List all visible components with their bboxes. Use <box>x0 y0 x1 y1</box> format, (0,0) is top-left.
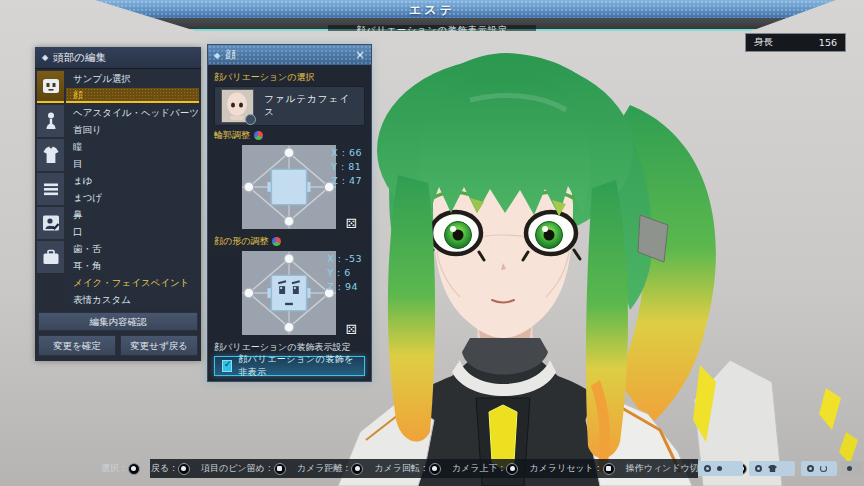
head-edit-panel-title: ◆ 頭部の編集 <box>35 47 201 69</box>
sidebar-item-mouth[interactable]: 口 <box>66 224 199 239</box>
button-icon <box>603 463 615 475</box>
sidebar-item-sample-select[interactable]: サンプル選択 <box>66 71 199 86</box>
hint-camera-distance: カメラ距離 : <box>297 462 364 475</box>
thumbnail-badge-icon <box>245 114 256 125</box>
randomize-dice-icon[interactable]: ⚄ <box>346 216 357 231</box>
color-wheel-icon <box>272 237 281 246</box>
button-icon <box>351 463 363 475</box>
dot-icon <box>847 466 852 471</box>
sidebar-item-face[interactable]: 顔 <box>66 88 199 103</box>
hint-back: 戻る : <box>151 462 190 475</box>
diamond-icon: ◆ <box>214 51 220 60</box>
button-icon <box>128 463 140 475</box>
diamond-icon: ◆ <box>42 53 48 62</box>
contour-section-label: 輪郭調整 <box>214 129 365 142</box>
quick-action-pill-2[interactable] <box>749 461 795 476</box>
category-list: サンプル選択 顔 ヘアスタイル・ヘッドパーツ 首回り 瞳 目 まゆ まつげ 鼻 … <box>66 71 199 307</box>
shape-values: X : -53 Y : 6 Z : 94 <box>327 252 362 294</box>
mouse-button-icon <box>807 465 814 472</box>
sidebar-item-eyes[interactable]: 目 <box>66 156 199 171</box>
hide-decoration-toggle[interactable]: 顔バリエーションの装飾を非表示 <box>214 356 365 376</box>
mouse-button-icon <box>704 465 711 472</box>
person-icon[interactable] <box>37 105 64 137</box>
shirt-icon[interactable] <box>37 139 64 171</box>
head-edit-panel: ◆ 頭部の編集 <box>35 47 201 361</box>
quick-action-pill-3[interactable] <box>801 461 837 476</box>
esthe-screen: エステ 顔バリエーションの装飾表示設定 身長 156 ◆ 頭部の編集 <box>0 0 864 486</box>
contour-values: X : 66 Y : 81 Z : 47 <box>331 146 362 188</box>
shape-section-label: 顔の形の調整 <box>214 235 365 248</box>
mouse-button-icon <box>755 465 762 472</box>
bag-icon[interactable] <box>37 241 64 273</box>
review-edits-button[interactable]: 編集内容確認 <box>38 312 198 331</box>
confirm-changes-button[interactable]: 変更を確定 <box>38 335 116 356</box>
sidebar-item-expression[interactable]: 表情カスタム <box>66 292 199 307</box>
sidebar-item-teeth-tongue[interactable]: 歯・舌 <box>66 241 199 256</box>
quick-action-pill-4[interactable] <box>841 461 863 476</box>
height-label: 身長 <box>754 36 773 49</box>
randomize-dice-icon[interactable]: ⚄ <box>346 322 357 337</box>
hint-select: 選択 : <box>101 462 140 475</box>
color-wheel-icon <box>254 131 263 140</box>
sidebar-item-eyelashes[interactable]: まつげ <box>66 190 199 205</box>
rotate-icon <box>820 465 827 472</box>
cancel-changes-button[interactable]: 変更せず戻る <box>120 335 198 356</box>
face-variation-selector[interactable]: ファルテカフェイス <box>214 86 365 126</box>
menu-lines-icon[interactable] <box>37 173 64 205</box>
sidebar-item-nose[interactable]: 鼻 <box>66 207 199 222</box>
face-variation-name: ファルテカフェイス <box>264 93 358 119</box>
outfit-icon <box>768 465 777 472</box>
hint-camera-reset: カメラリセット : <box>529 462 614 475</box>
sidebar-item-pupils[interactable]: 瞳 <box>66 139 199 154</box>
face-panel: ◆ 顔 × 顔バリエーションの選択 ファルテカフェイス 輪郭調整 <box>207 44 372 382</box>
category-icon-column <box>37 71 64 307</box>
person-check-icon[interactable] <box>37 207 64 239</box>
face-shape-widget[interactable]: X : -53 Y : 6 Z : 94 ⚄ <box>214 250 365 338</box>
dot-icon <box>717 466 722 471</box>
button-icon <box>506 463 518 475</box>
sidebar-item-hairstyle[interactable]: ヘアスタイル・ヘッドパーツ <box>66 105 199 120</box>
variation-section-label: 顔バリエーションの選択 <box>214 71 365 84</box>
height-indicator: 身長 156 <box>745 33 846 52</box>
checkbox-checked-icon[interactable] <box>222 360 232 372</box>
height-value: 156 <box>819 37 837 48</box>
control-hint-bar: 選択 : 戻る : 項目のピン留め : カメラ距離 : カメラ回転 : カメラ上… <box>150 459 698 478</box>
close-icon[interactable]: × <box>355 49 365 61</box>
sidebar-item-neck[interactable]: 首回り <box>66 122 199 137</box>
hint-pin-item: 項目のピン留め : <box>201 462 286 475</box>
hint-camera-updown: カメラ上下 : <box>452 462 519 475</box>
contour-adjust-widget[interactable]: X : 66 Y : 81 Z : 47 ⚄ <box>214 144 365 232</box>
quick-action-pill-1[interactable] <box>698 461 743 476</box>
button-icon <box>274 463 286 475</box>
sidebar-item-makeup[interactable]: メイク・フェイスペイント <box>66 275 199 290</box>
sidebar-item-eyebrows[interactable]: まゆ <box>66 173 199 188</box>
face-thumbnail <box>221 89 254 123</box>
face-icon[interactable] <box>37 71 64 103</box>
hint-camera-rotate: カメラ回転 : <box>374 462 441 475</box>
sidebar-item-ears-horns[interactable]: 耳・角 <box>66 258 199 273</box>
face-panel-title: ◆ 顔 × <box>208 45 371 65</box>
button-icon <box>429 463 441 475</box>
button-icon <box>178 463 190 475</box>
